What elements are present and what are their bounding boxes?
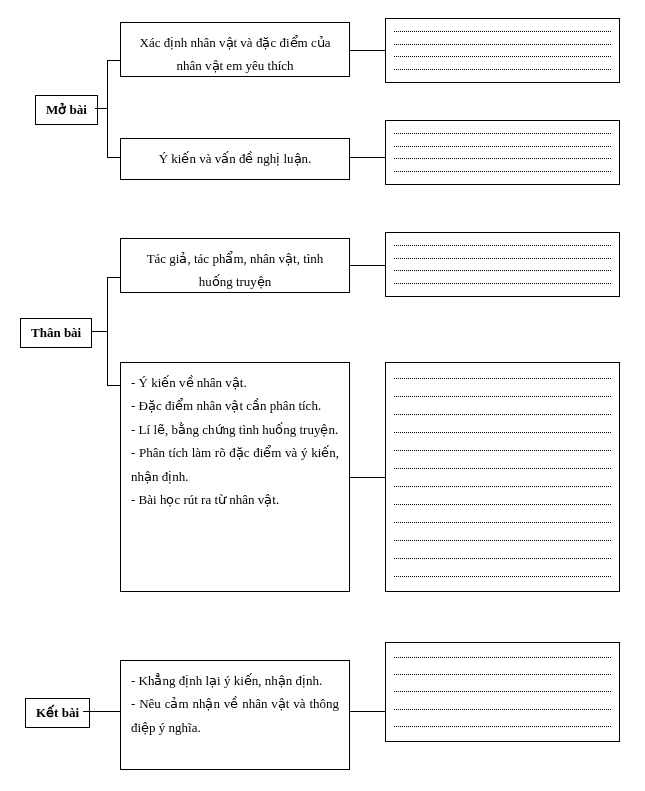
dotted-line: [394, 378, 611, 379]
connector: [107, 60, 120, 61]
mobai-dotted1: [385, 18, 620, 83]
dotted-line: [394, 270, 611, 271]
box-text: Ý kiến và vấn đề nghị luận.: [159, 147, 312, 170]
dotted-line: [394, 432, 611, 433]
dotted-line: [394, 468, 611, 469]
dotted-line: [394, 44, 611, 45]
connector: [107, 157, 120, 158]
connector: [83, 711, 120, 712]
box-line: - Đặc điểm nhân vật cần phân tích.: [131, 394, 339, 417]
section-mobai-label: Mở bài: [35, 95, 98, 125]
dotted-line: [394, 558, 611, 559]
dotted-line: [394, 657, 611, 658]
dotted-line: [394, 56, 611, 57]
mobai-box1: Xác định nhân vật và đặc điểm của nhân v…: [120, 22, 350, 77]
box-line: - Ý kiến về nhân vật.: [131, 371, 339, 394]
mobai-dotted2: [385, 120, 620, 185]
box-line: - Bài học rút ra từ nhân vật.: [131, 488, 339, 511]
connector: [95, 108, 107, 109]
dotted-line: [394, 576, 611, 577]
box-line: - Khẳng định lại ý kiến, nhận định.: [131, 669, 339, 692]
dotted-line: [394, 450, 611, 451]
thanbai-dotted2: [385, 362, 620, 592]
connector: [107, 385, 120, 386]
dotted-line: [394, 691, 611, 692]
dotted-line: [394, 171, 611, 172]
label-text: Thân bài: [31, 325, 81, 340]
dotted-line: [394, 158, 611, 159]
dotted-line: [394, 133, 611, 134]
thanbai-box1: Tác giả, tác phẩm, nhân vật, tình huống …: [120, 238, 350, 293]
thanbai-dotted1: [385, 232, 620, 297]
dotted-line: [394, 674, 611, 675]
dotted-line: [394, 69, 611, 70]
dotted-line: [394, 709, 611, 710]
box-text: Tác giả, tác phẩm, nhân vật, tình huống …: [147, 251, 324, 289]
dotted-line: [394, 414, 611, 415]
dotted-line: [394, 146, 611, 147]
dotted-line: [394, 540, 611, 541]
ketbai-dotted1: [385, 642, 620, 742]
dotted-line: [394, 31, 611, 32]
dotted-line: [394, 486, 611, 487]
label-text: Mở bài: [46, 102, 87, 117]
thanbai-box2: - Ý kiến về nhân vật. - Đặc điểm nhân vậ…: [120, 362, 350, 592]
dotted-line: [394, 522, 611, 523]
connector: [107, 60, 108, 157]
connector: [350, 157, 385, 158]
connector: [350, 477, 385, 478]
section-ketbai-label: Kết bài: [25, 698, 90, 728]
connector: [107, 277, 120, 278]
connector: [107, 277, 108, 385]
label-text: Kết bài: [36, 705, 79, 720]
dotted-line: [394, 726, 611, 727]
dotted-line: [394, 245, 611, 246]
mobai-box2: Ý kiến và vấn đề nghị luận.: [120, 138, 350, 180]
section-thanbai-label: Thân bài: [20, 318, 92, 348]
connector: [350, 711, 385, 712]
connector: [350, 265, 385, 266]
box-text: Xác định nhân vật và đặc điểm của nhân v…: [140, 35, 331, 73]
connector: [92, 331, 107, 332]
box-line: - Lí lẽ, bằng chứng tình huống truyện.: [131, 418, 339, 441]
dotted-line: [394, 258, 611, 259]
dotted-line: [394, 283, 611, 284]
dotted-line: [394, 396, 611, 397]
connector: [350, 50, 385, 51]
box-line: - Phân tích làm rõ đặc điểm và ý kiến, n…: [131, 441, 339, 488]
ketbai-box1: - Khẳng định lại ý kiến, nhận định. - Nê…: [120, 660, 350, 770]
box-line: - Nêu cảm nhận về nhân vật và thông điệp…: [131, 692, 339, 739]
dotted-line: [394, 504, 611, 505]
